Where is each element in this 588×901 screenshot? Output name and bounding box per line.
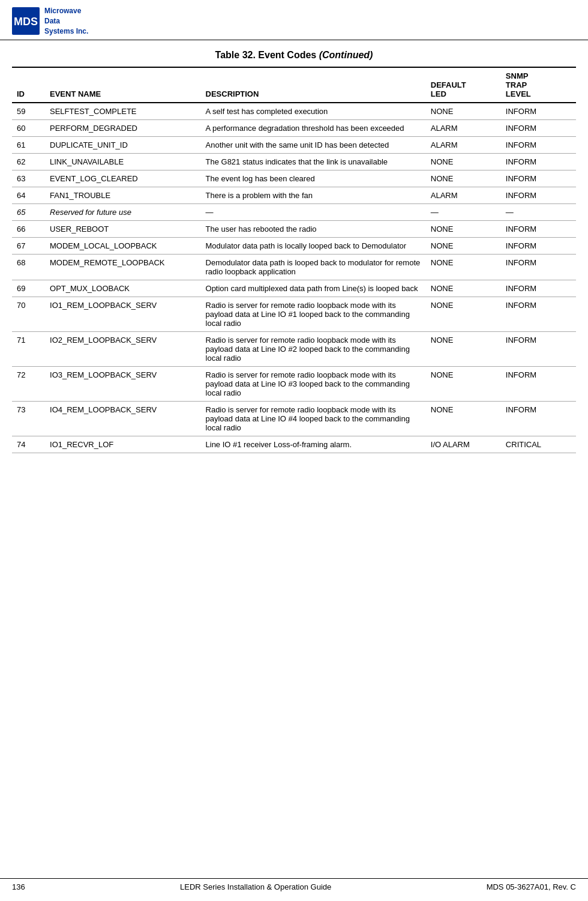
footer-center: LEDR Series Installation & Operation Gui…	[180, 882, 331, 891]
mds-logo-icon: MDS	[12, 7, 40, 35]
col-header-snmp: SNMP TRAP LEVEL	[501, 67, 576, 103]
cell-description: Modulator data path is locally looped ba…	[201, 238, 426, 255]
cell-description: Line IO #1 receiver Loss-of-framing alar…	[201, 436, 426, 453]
cell-event-name: IO4_REM_LOOPBACK_SERV	[45, 402, 200, 436]
cell-description: Radio is server for remote radio loopbac…	[201, 367, 426, 402]
cell-default-led: I/O ALARM	[426, 436, 501, 453]
cell-default-led: NONE	[426, 280, 501, 297]
col-header-name: EVENT NAME	[45, 67, 200, 103]
cell-default-led: NONE	[426, 103, 501, 120]
cell-event-name: IO2_REM_LOOPBACK_SERV	[45, 332, 200, 367]
cell-snmp-trap: CRITICAL	[501, 436, 576, 453]
cell-id: 73	[12, 402, 45, 436]
cell-id: 74	[12, 436, 45, 453]
cell-event-name: FAN1_TROUBLE	[45, 187, 200, 204]
cell-description: Radio is server for remote radio loopbac…	[201, 297, 426, 332]
table-row: 69OPT_MUX_LOOBACKOption card multiplexed…	[12, 280, 576, 297]
page-number: 136	[12, 882, 25, 891]
cell-snmp-trap: INFORM	[501, 170, 576, 187]
cell-snmp-trap: INFORM	[501, 280, 576, 297]
cell-id: 60	[12, 120, 45, 137]
svg-text:MDS: MDS	[14, 16, 38, 28]
cell-snmp-trap: INFORM	[501, 137, 576, 154]
table-title: Table 32. Event Codes (Continued)	[12, 50, 576, 61]
cell-snmp-trap: INFORM	[501, 120, 576, 137]
cell-default-led: NONE	[426, 221, 501, 238]
cell-snmp-trap: —	[501, 204, 576, 221]
cell-id: 67	[12, 238, 45, 255]
cell-default-led: NONE	[426, 332, 501, 367]
cell-event-name: MODEM_REMOTE_LOOPBACK	[45, 255, 200, 280]
cell-default-led: NONE	[426, 367, 501, 402]
cell-id: 71	[12, 332, 45, 367]
table-row: 63EVENT_LOG_CLEAREDThe event log has bee…	[12, 170, 576, 187]
cell-snmp-trap: INFORM	[501, 154, 576, 170]
col-header-id: ID	[12, 67, 45, 103]
logo-area: MDS Microwave Data Systems Inc.	[12, 6, 88, 36]
cell-description: Radio is server for remote radio loopbac…	[201, 402, 426, 436]
cell-event-name: MODEM_LOCAL_LOOPBACK	[45, 238, 200, 255]
cell-id: 68	[12, 255, 45, 280]
cell-default-led: NONE	[426, 238, 501, 255]
table-header-row: ID EVENT NAME DESCRIPTION DEFAULT LED SN…	[12, 67, 576, 103]
cell-description: A performance degradation threshold has …	[201, 120, 426, 137]
cell-event-name: OPT_MUX_LOOBACK	[45, 280, 200, 297]
table-row: 66USER_REBOOTThe user has rebooted the r…	[12, 221, 576, 238]
cell-event-name: IO1_RECVR_LOF	[45, 436, 200, 453]
table-row: 62LINK_UNAVAILABLEThe G821 status indica…	[12, 154, 576, 170]
cell-default-led: NONE	[426, 402, 501, 436]
cell-id: 62	[12, 154, 45, 170]
cell-description: The user has rebooted the radio	[201, 221, 426, 238]
cell-description: The event log has been cleared	[201, 170, 426, 187]
cell-default-led: NONE	[426, 154, 501, 170]
cell-default-led: NONE	[426, 170, 501, 187]
cell-event-name: PERFORM_DEGRADED	[45, 120, 200, 137]
cell-id: 70	[12, 297, 45, 332]
cell-event-name: EVENT_LOG_CLEARED	[45, 170, 200, 187]
cell-description: Another unit with the same unit ID has b…	[201, 137, 426, 154]
col-header-desc: DESCRIPTION	[201, 67, 426, 103]
cell-id: 72	[12, 367, 45, 402]
table-row: 60PERFORM_DEGRADEDA performance degradat…	[12, 120, 576, 137]
cell-id: 65	[12, 204, 45, 221]
cell-event-name: LINK_UNAVAILABLE	[45, 154, 200, 170]
cell-snmp-trap: INFORM	[501, 187, 576, 204]
table-row: 61DUPLICATE_UNIT_IDAnother unit with the…	[12, 137, 576, 154]
cell-snmp-trap: INFORM	[501, 402, 576, 436]
cell-event-name: IO1_REM_LOOPBACK_SERV	[45, 297, 200, 332]
cell-description: A self test has completed execution	[201, 103, 426, 120]
cell-id: 59	[12, 103, 45, 120]
table-row: 68MODEM_REMOTE_LOOPBACKDemodulator data …	[12, 255, 576, 280]
cell-description: The G821 status indicates that the link …	[201, 154, 426, 170]
page-header: MDS Microwave Data Systems Inc.	[0, 0, 588, 40]
cell-description: —	[201, 204, 426, 221]
cell-snmp-trap: INFORM	[501, 238, 576, 255]
cell-id: 69	[12, 280, 45, 297]
cell-snmp-trap: INFORM	[501, 221, 576, 238]
cell-event-name: USER_REBOOT	[45, 221, 200, 238]
footer-right: MDS 05-3627A01, Rev. C	[487, 882, 576, 891]
cell-description: Demodulator data path is looped back to …	[201, 255, 426, 280]
cell-default-led: ALARM	[426, 187, 501, 204]
table-row: 74IO1_RECVR_LOFLine IO #1 receiver Loss-…	[12, 436, 576, 453]
cell-id: 64	[12, 187, 45, 204]
table-row: 64FAN1_TROUBLEThere is a problem with th…	[12, 187, 576, 204]
cell-event-name: IO3_REM_LOOPBACK_SERV	[45, 367, 200, 402]
cell-default-led: NONE	[426, 297, 501, 332]
table-row: 71IO2_REM_LOOPBACK_SERVRadio is server f…	[12, 332, 576, 367]
cell-snmp-trap: INFORM	[501, 367, 576, 402]
cell-default-led: NONE	[426, 255, 501, 280]
event-codes-table: ID EVENT NAME DESCRIPTION DEFAULT LED SN…	[12, 67, 576, 453]
cell-snmp-trap: INFORM	[501, 332, 576, 367]
cell-snmp-trap: INFORM	[501, 297, 576, 332]
table-row: 67MODEM_LOCAL_LOOPBACKModulator data pat…	[12, 238, 576, 255]
cell-description: Option card multiplexed data path from L…	[201, 280, 426, 297]
company-name: Microwave Data Systems Inc.	[44, 6, 88, 36]
cell-id: 66	[12, 221, 45, 238]
cell-id: 61	[12, 137, 45, 154]
cell-id: 63	[12, 170, 45, 187]
cell-snmp-trap: INFORM	[501, 255, 576, 280]
cell-event-name: DUPLICATE_UNIT_ID	[45, 137, 200, 154]
cell-description: Radio is server for remote radio loopbac…	[201, 332, 426, 367]
cell-default-led: —	[426, 204, 501, 221]
